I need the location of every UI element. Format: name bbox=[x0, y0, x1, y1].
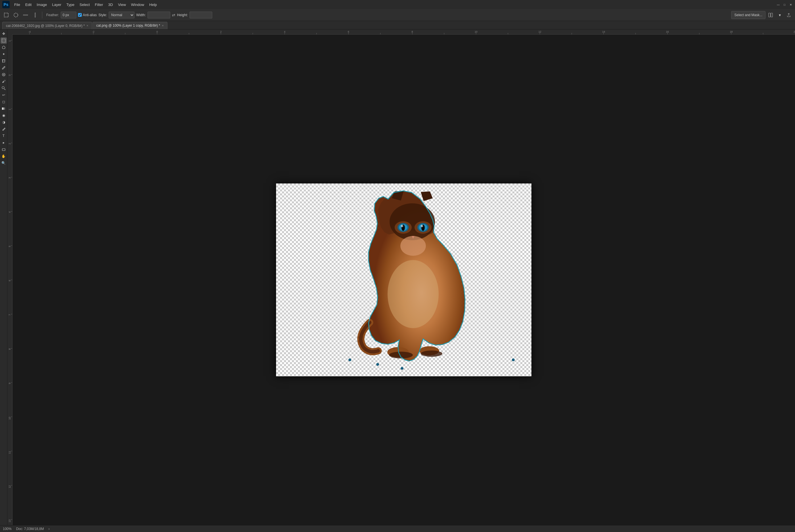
history-brush-tool[interactable]: ↩ bbox=[1, 92, 7, 98]
text-tool[interactable]: T bbox=[1, 133, 7, 139]
ruler-left bbox=[7, 35, 13, 525]
width-input[interactable] bbox=[148, 12, 170, 18]
tab-tab2[interactable]: cat.png @ 100% (Layer 1 copy, RGB/8#) *× bbox=[92, 22, 167, 29]
menu-item-view[interactable]: View bbox=[116, 1, 128, 8]
select-and-mask-button[interactable]: Select and Mask... bbox=[731, 11, 765, 19]
svg-point-27 bbox=[401, 225, 403, 227]
chevron-down-icon[interactable]: ▾ bbox=[776, 11, 784, 19]
menu-item-file[interactable]: File bbox=[12, 1, 22, 8]
menu-item-layer[interactable]: Layer bbox=[50, 1, 64, 8]
path-select-tool[interactable]: ▸ bbox=[1, 139, 7, 146]
svg-rect-4 bbox=[769, 13, 770, 17]
cat-svg bbox=[276, 184, 532, 376]
style-select[interactable]: Normal Fixed Ratio Fixed Size bbox=[109, 12, 134, 18]
svg-point-28 bbox=[421, 225, 423, 227]
zoom-tool[interactable]: 🔍 bbox=[1, 160, 7, 166]
title-bar-left: Ps FileEditImageLayerTypeSelectFilter3DV… bbox=[2, 1, 159, 8]
cat-selection-group bbox=[361, 191, 465, 361]
blur-tool[interactable]: ◉ bbox=[1, 112, 7, 118]
panel-view-icon[interactable] bbox=[766, 11, 775, 19]
clone-stamp-tool[interactable] bbox=[1, 85, 7, 91]
zoom-level: 100% bbox=[3, 527, 12, 531]
tab-label-tab1: cat-2068462_1920.jpg @ 100% (Layer 0, RG… bbox=[6, 24, 85, 28]
menu-item-type[interactable]: Type bbox=[64, 1, 77, 8]
share-icon[interactable] bbox=[785, 11, 793, 19]
menu-item-help[interactable]: Help bbox=[147, 1, 159, 8]
ruler-top bbox=[13, 30, 795, 35]
menu-item-edit[interactable]: Edit bbox=[23, 1, 34, 8]
status-arrow[interactable]: › bbox=[49, 527, 50, 531]
tab-tab1[interactable]: cat-2068462_1920.jpg @ 100% (Layer 0, RG… bbox=[2, 22, 92, 29]
separator-1 bbox=[42, 12, 42, 18]
style-label: Style: bbox=[98, 13, 107, 17]
canvas-scroll[interactable] bbox=[13, 35, 795, 525]
tab-label-tab2: cat.png @ 100% (Layer 1 copy, RGB/8#) * bbox=[96, 23, 160, 27]
crop-tool[interactable] bbox=[1, 58, 7, 64]
menu-item-3d[interactable]: 3D bbox=[106, 1, 115, 8]
lasso-tool[interactable] bbox=[1, 44, 7, 51]
doc-info: Doc: 7,03M/18,8M bbox=[16, 527, 44, 531]
svg-rect-17 bbox=[2, 149, 5, 151]
toolbar-right-icons: Select and Mask... ▾ bbox=[731, 11, 793, 19]
antialias-label: Anti-alias bbox=[83, 13, 97, 17]
hand-tool[interactable]: ✋ bbox=[1, 153, 7, 159]
top-area bbox=[7, 30, 795, 35]
svg-rect-3 bbox=[35, 13, 35, 17]
feather-label: Feather: bbox=[46, 13, 59, 17]
left-toolbar: ✥ ✦ 🖌 ↩ ◻ ◉ ◑ T ▸ bbox=[0, 30, 7, 525]
menu-item-select[interactable]: Select bbox=[77, 1, 92, 8]
tab-close-tab2[interactable]: × bbox=[162, 24, 164, 27]
menu-item-window[interactable]: Window bbox=[129, 1, 146, 8]
tab-close-tab1[interactable]: × bbox=[87, 24, 88, 27]
rectangular-marquee-tool[interactable] bbox=[2, 11, 10, 19]
svg-rect-16 bbox=[2, 108, 5, 110]
cat-area bbox=[276, 184, 532, 376]
svg-rect-5 bbox=[771, 13, 773, 17]
height-label: Height: bbox=[177, 13, 188, 17]
canvas-container bbox=[276, 184, 532, 376]
svg-rect-7 bbox=[2, 39, 5, 42]
title-bar-right: — □ ✕ bbox=[776, 3, 793, 6]
selection-dot-3 bbox=[401, 367, 404, 370]
canvas-wrapper bbox=[7, 30, 795, 525]
brush-tool[interactable]: 🖌 bbox=[1, 78, 7, 84]
elliptical-marquee-tool[interactable] bbox=[12, 11, 20, 19]
antialias-checkbox[interactable] bbox=[78, 13, 82, 17]
title-bar: Ps FileEditImageLayerTypeSelectFilter3DV… bbox=[0, 0, 795, 9]
svg-rect-8 bbox=[3, 60, 5, 62]
menu-item-filter[interactable]: Filter bbox=[92, 1, 105, 8]
single-column-tool[interactable] bbox=[31, 11, 39, 19]
minimize-button[interactable]: — bbox=[776, 3, 780, 6]
main-area: ✥ ✦ 🖌 ↩ ◻ ◉ ◑ T ▸ bbox=[0, 30, 795, 525]
magic-wand-tool[interactable]: ✦ bbox=[1, 51, 7, 57]
status-bar: 100% Doc: 7,03M/18,8M › bbox=[0, 525, 795, 532]
svg-point-29 bbox=[400, 236, 426, 256]
selection-dot-1 bbox=[348, 358, 351, 361]
single-row-tool[interactable] bbox=[22, 11, 30, 19]
svg-point-34 bbox=[421, 350, 442, 357]
svg-point-14 bbox=[2, 87, 4, 89]
selection-dot-4 bbox=[512, 358, 515, 361]
shape-tool[interactable] bbox=[1, 146, 7, 153]
menu-item-image[interactable]: Image bbox=[34, 1, 49, 8]
svg-point-30 bbox=[388, 260, 439, 328]
antialias-wrapper: Anti-alias bbox=[78, 13, 97, 17]
move-tool[interactable]: ✥ bbox=[1, 31, 7, 37]
svg-rect-2 bbox=[23, 15, 28, 15]
pen-tool[interactable] bbox=[1, 126, 7, 132]
ruler-corner bbox=[7, 30, 13, 35]
eraser-tool[interactable]: ◻ bbox=[1, 99, 7, 105]
maximize-button[interactable]: □ bbox=[782, 3, 787, 6]
gradient-tool[interactable] bbox=[1, 106, 7, 112]
feather-input[interactable] bbox=[61, 12, 76, 18]
svg-rect-0 bbox=[4, 13, 8, 17]
close-button[interactable]: ✕ bbox=[789, 3, 793, 6]
marquee-tool[interactable] bbox=[1, 37, 7, 44]
eyedropper-tool[interactable] bbox=[1, 65, 7, 71]
svg-line-15 bbox=[4, 89, 5, 90]
swap-icon[interactable]: ⇄ bbox=[172, 13, 175, 17]
height-input[interactable] bbox=[189, 12, 212, 18]
ruler-top-canvas bbox=[13, 30, 795, 35]
dodge-tool[interactable]: ◑ bbox=[1, 119, 7, 125]
healing-brush-tool[interactable] bbox=[1, 72, 7, 78]
